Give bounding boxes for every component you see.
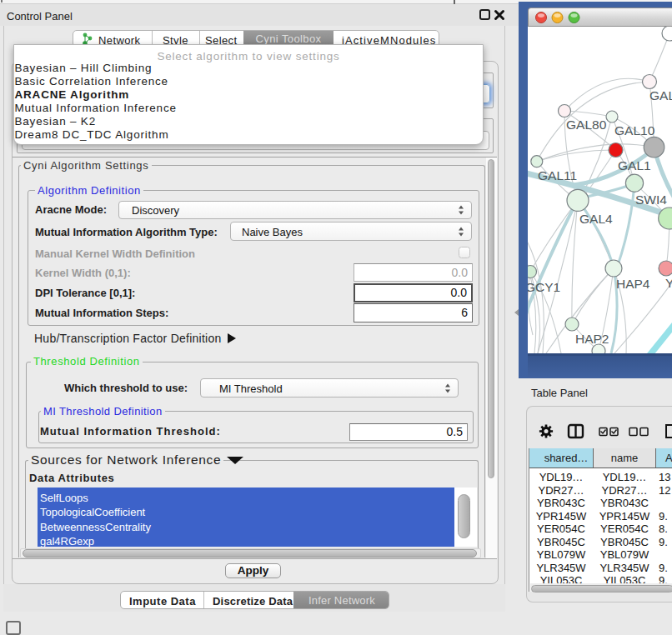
svg-text:GAL2: GAL2 bbox=[649, 88, 672, 102]
svg-text:GAL11: GAL11 bbox=[538, 168, 577, 182]
svg-text:GAL80: GAL80 bbox=[566, 118, 607, 132]
svg-text:GAL10: GAL10 bbox=[614, 123, 655, 138]
svg-text:YM: YM bbox=[665, 276, 672, 290]
svg-text:GAL1: GAL1 bbox=[618, 158, 651, 172]
svg-text:HAP4: HAP4 bbox=[616, 277, 650, 291]
svg-text:HAP2: HAP2 bbox=[575, 332, 609, 346]
svg-text:GAL4: GAL4 bbox=[579, 212, 613, 226]
svg-text:SWI4: SWI4 bbox=[635, 192, 667, 207]
svg-text:GCY1: GCY1 bbox=[528, 280, 560, 294]
